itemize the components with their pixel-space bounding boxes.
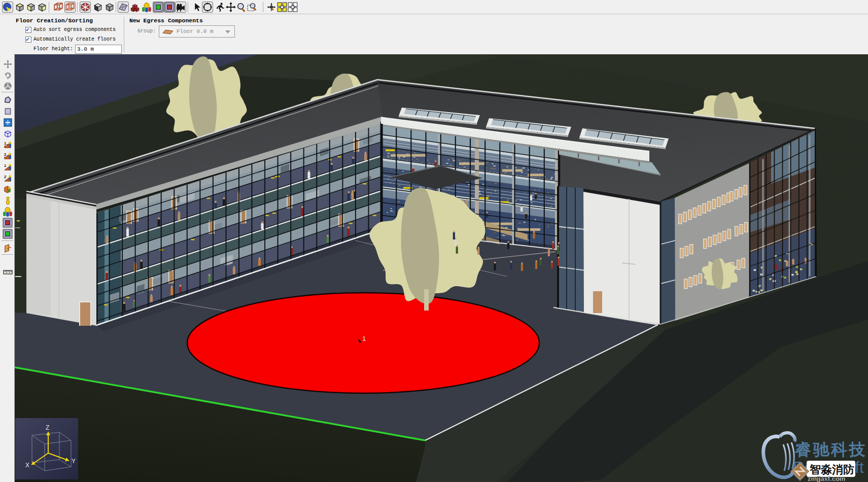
svg-text:智淼消防: 智淼消防 (809, 463, 854, 476)
svg-text:Z: Z (46, 424, 49, 431)
svg-text:1: 1 (4, 163, 6, 167)
svg-text:Y: Y (72, 458, 76, 465)
svg-text:2: 2 (4, 152, 6, 156)
svg-text:2: 2 (4, 174, 6, 179)
svg-text:zmjjaxf.com: zmjjaxf.com (808, 475, 845, 482)
svg-text:睿驰科技: 睿驰科技 (794, 440, 867, 459)
svg-text:X: X (25, 462, 29, 469)
svg-text:1: 1 (4, 141, 6, 145)
svg-text:1: 1 (362, 335, 366, 342)
